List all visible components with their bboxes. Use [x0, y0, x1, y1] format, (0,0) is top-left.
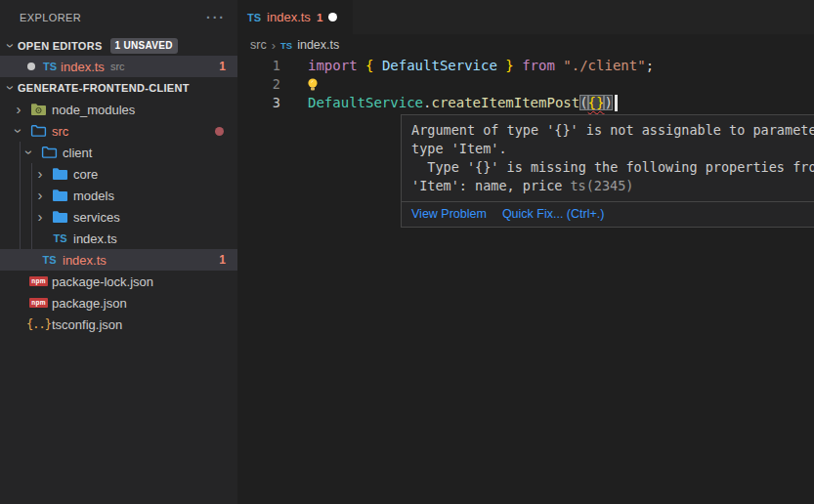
tab-filename: index.ts: [267, 10, 311, 24]
typescript-file-icon: TS: [247, 12, 261, 23]
breadcrumb-file[interactable]: index.ts: [297, 38, 339, 52]
chevron-down-icon[interactable]: ›: [14, 124, 23, 138]
token-close-brace: }: [497, 58, 522, 73]
tree-item-package-json[interactable]: npm package.json: [0, 292, 237, 314]
tree-item-label: package-lock.json: [52, 274, 153, 289]
tree-item-src-index-ts-selected[interactable]: TS index.ts 1: [0, 249, 237, 271]
unsaved-dot-icon[interactable]: [328, 13, 337, 21]
explorer-sidebar: EXPLORER ··· › OPEN EDITORS 1 UNSAVED TS…: [0, 0, 237, 504]
token-close-paren: ): [604, 95, 612, 110]
open-editor-detail: src: [110, 61, 125, 72]
project-section-header[interactable]: › GENERATE-FRONTEND-CLIENT: [0, 77, 237, 99]
token-empty-object-error: {}: [588, 95, 605, 110]
token-open-brace: {: [358, 58, 382, 73]
hover-message-line: Type '{}' is missing the following prope…: [411, 158, 814, 177]
chevron-right-icon[interactable]: ›: [33, 169, 47, 179]
chevron-down-icon[interactable]: ›: [6, 39, 16, 53]
error-count-badge: 1: [219, 60, 226, 73]
tree-item-label: services: [73, 210, 120, 225]
line-number-3: 3: [237, 94, 280, 112]
more-actions-icon[interactable]: ···: [206, 13, 226, 22]
tree-item-models[interactable]: › models: [0, 185, 237, 206]
breadcrumb: src › TS index.ts: [237, 34, 814, 56]
open-editor-item-index-ts[interactable]: TS index.ts src 1: [0, 56, 237, 77]
breadcrumb-separator-icon: ›: [272, 38, 276, 53]
explorer-title: EXPLORER: [20, 12, 81, 23]
token-from: from: [522, 58, 555, 73]
tree-item-label: node_modules: [52, 103, 135, 117]
hover-message-line-text: 'Item': name, price: [411, 178, 562, 193]
tree-item-label: index.ts: [73, 231, 117, 246]
folder-open-icon: [30, 124, 47, 138]
text-cursor: [615, 95, 618, 111]
hover-actions-bar: View Problem Quick Fix... (Ctrl+.): [402, 201, 814, 227]
open-editor-filename: index.ts: [61, 60, 105, 74]
hover-message-line: type 'Item'.: [411, 140, 814, 158]
line-number-2: 2: [237, 75, 280, 94]
token-open-paren: (: [579, 95, 587, 110]
token-module-string: "./client": [555, 58, 646, 73]
folder-icon: [52, 167, 68, 181]
tree-item-client-index-ts[interactable]: TS index.ts: [0, 228, 237, 249]
open-editors-section-header[interactable]: › OPEN EDITORS 1 UNSAVED: [0, 35, 237, 56]
code-line-3[interactable]: DefaultService.createItemItemPost({}): [308, 94, 618, 112]
chevron-right-icon[interactable]: ›: [33, 190, 47, 200]
modified-dot-icon: [27, 63, 35, 70]
typescript-file-icon: TS: [42, 254, 56, 266]
tree-item-label: package.json: [52, 296, 127, 311]
node-modules-folder-icon: [30, 103, 47, 116]
tree-item-label: src: [52, 124, 68, 139]
typescript-file-icon: TS: [53, 232, 66, 244]
token-method-name: createItemItemPost: [431, 95, 579, 110]
unsaved-badge: 1 UNSAVED: [110, 38, 178, 54]
tree-item-src[interactable]: › src: [0, 120, 237, 142]
chevron-right-icon[interactable]: ›: [12, 105, 25, 114]
chevron-down-icon[interactable]: ›: [6, 81, 16, 95]
chevron-down-icon[interactable]: ›: [24, 146, 34, 159]
folder-icon: [52, 189, 68, 202]
hover-message: Argument of type '{}' is not assignable …: [402, 115, 814, 201]
tree-item-label: client: [63, 146, 92, 160]
line-number-1: 1: [237, 57, 280, 75]
tab-bar: TS index.ts 1: [237, 0, 814, 34]
tree-item-package-lock-json[interactable]: npm package-lock.json: [0, 271, 237, 292]
tree-item-label: core: [73, 167, 98, 182]
diagnostic-code: ts(2345): [570, 178, 633, 193]
open-editors-label: OPEN EDITORS: [18, 40, 103, 52]
chevron-right-icon[interactable]: ›: [33, 212, 47, 222]
token-semicolon: ;: [646, 58, 654, 73]
token-import: import: [308, 58, 358, 73]
tab-error-count: 1: [317, 12, 322, 23]
npm-file-icon: npm: [29, 276, 47, 287]
tree-item-label: tsconfig.json: [52, 317, 122, 332]
hover-message-line: Argument of type '{}' is not assignable …: [411, 121, 814, 140]
project-label: GENERATE-FRONTEND-CLIENT: [18, 82, 190, 94]
json-config-file-icon: {..}: [26, 317, 51, 331]
editor-area: TS index.ts 1 src › TS index.ts 1 2 3 im…: [237, 0, 814, 504]
tab-index-ts[interactable]: TS index.ts 1: [237, 0, 353, 34]
breadcrumb-folder[interactable]: src: [250, 38, 267, 52]
folder-error-dot: [215, 127, 224, 136]
file-tree: › node_modules › src › client ›: [0, 99, 237, 335]
folder-open-icon: [41, 146, 58, 159]
hover-message-line: 'Item': name, pricets(2345): [411, 177, 814, 195]
tree-item-tsconfig-json[interactable]: {..} tsconfig.json: [0, 314, 237, 335]
token-default-service: DefaultService: [382, 58, 497, 73]
tree-item-node-modules[interactable]: › node_modules: [0, 99, 237, 120]
tree-item-label: index.ts: [63, 253, 107, 268]
view-problem-link[interactable]: View Problem: [411, 207, 487, 221]
tree-item-services[interactable]: › services: [0, 206, 237, 228]
code-line-1[interactable]: import { DefaultService } from "./client…: [308, 57, 654, 75]
tree-item-label: models: [73, 189, 114, 203]
token-default-service: DefaultService: [308, 95, 423, 110]
quick-fix-link[interactable]: Quick Fix... (Ctrl+.): [502, 207, 605, 221]
folder-icon: [52, 210, 68, 224]
error-count-badge: 1: [219, 253, 226, 267]
error-hover-tooltip: Argument of type '{}' is not assignable …: [401, 114, 814, 228]
npm-file-icon: npm: [29, 298, 47, 309]
tree-item-core[interactable]: › core: [0, 163, 237, 185]
typescript-file-icon: TS: [43, 61, 57, 72]
explorer-header: EXPLORER ···: [0, 0, 237, 35]
typescript-file-icon: TS: [280, 40, 292, 51]
tree-item-client[interactable]: › client: [0, 142, 237, 163]
